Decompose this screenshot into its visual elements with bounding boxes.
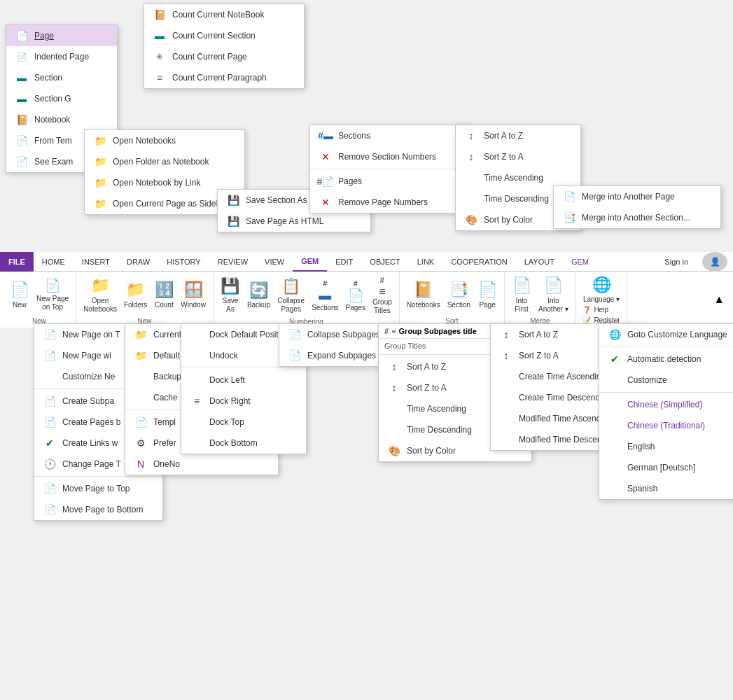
chinese-traditional-item[interactable]: Chinese (Traditional) [599, 415, 733, 436]
user-avatar: 👤 [702, 252, 727, 272]
move-page-bottom-item[interactable]: 📄 Move Page to Bottom [34, 499, 162, 520]
window-button[interactable]: 🪟 Window [178, 279, 209, 310]
merge-group-buttons: 📄 IntoFirst 📄 IntoAnother ▾ [509, 274, 571, 316]
ribbon-collapse-button[interactable]: ▲ [713, 293, 725, 306]
sort-az-top-item[interactable]: ↕ Sort A to Z [456, 125, 580, 146]
tab-edit[interactable]: EDIT [327, 252, 361, 272]
ribbon-bar: FILE HOME INSERT DRAW HISTORY REVIEW VIE… [0, 252, 733, 328]
lang-sep1 [599, 346, 733, 347]
section-g-item[interactable]: ▬ Section G [6, 88, 117, 109]
merge-menu: 📄 Merge into Another Page 📑 Merge into A… [553, 186, 721, 229]
tab-cooperation[interactable]: COOPERATION [442, 252, 515, 272]
open-notebooks-item[interactable]: 📁 Open Notebooks [85, 130, 244, 151]
ribbon-group-new: 📄 New 📄 New Pageon Top New [3, 273, 76, 326]
tab-link[interactable]: LINK [409, 252, 442, 272]
sections-button[interactable]: # ▬ Sections [309, 278, 341, 314]
tab-view[interactable]: VIEW [256, 252, 293, 272]
auto-detect-item[interactable]: ✔ Automatic detection [599, 349, 733, 370]
page-sort-button[interactable]: 📄 Page [475, 279, 500, 310]
open-folder-notebook-item[interactable]: 📁 Open Folder as Notebook [85, 151, 244, 172]
count-paragraph-item[interactable]: ≡ Count Current Paragraph [144, 67, 304, 88]
merge-another-page-item[interactable]: 📄 Merge into Another Page [554, 186, 720, 207]
language-menu: 🌐 Goto Customize Language ✔ Automatic de… [599, 323, 733, 500]
save-page-html-item[interactable]: 💾 Save Page As HTML [218, 211, 370, 232]
count-section-item[interactable]: ▬ Count Current Section [144, 25, 304, 46]
merge-another-section-item[interactable]: 📑 Merge into Another Section... [554, 207, 720, 228]
save-as-button[interactable]: 💾 SaveAs [218, 276, 243, 315]
german-item[interactable]: German [Deutsch] [599, 457, 733, 478]
lang-sep2 [599, 392, 733, 393]
new-group-buttons: 📄 New 📄 New Pageon Top [7, 274, 71, 316]
ribbon-group-merge: 📄 IntoFirst 📄 IntoAnother ▾ Merge [505, 273, 576, 326]
ribbon-group-sort: 📔 Notebooks 📑 Section 📄 Page Sort [400, 273, 505, 326]
sections-numbering-item[interactable]: #▬ Sections [310, 125, 470, 146]
window-sep [181, 368, 306, 368]
into-another-button[interactable]: 📄 IntoAnother ▾ [536, 275, 571, 314]
new-button[interactable]: 📄 New [7, 279, 32, 310]
pages-button[interactable]: # 📄 Pages [343, 278, 368, 314]
tab-home[interactable]: HOME [34, 252, 74, 272]
backup-button[interactable]: 🔄 Backup [244, 280, 273, 311]
gem-group-buttons: 🌐 Language ▾ [580, 274, 622, 305]
tab-gem[interactable]: GEM [293, 252, 327, 272]
section-sort-button[interactable]: 📑 Section [445, 279, 473, 310]
dock-bottom-item[interactable]: Dock Bottom [181, 433, 306, 454]
onenote-item[interactable]: N OneNo [125, 454, 278, 475]
ribbon-content: 📄 New 📄 New Pageon Top New 📁 OpenNoteboo… [0, 272, 733, 328]
notebooks-sort-button[interactable]: 📔 Notebooks [404, 279, 443, 310]
help-button[interactable]: ❓Help [580, 305, 610, 314]
ribbon-tabs: FILE HOME INSERT DRAW HISTORY REVIEW VIE… [0, 252, 733, 272]
count-button[interactable]: 🔢 Count [151, 279, 176, 310]
english-item[interactable]: English [599, 436, 733, 457]
dock-left-item[interactable]: Dock Left [181, 370, 306, 391]
tab-history[interactable]: HISTORY [158, 252, 209, 272]
dock-right-item[interactable]: ≡ Dock Right [181, 391, 306, 412]
new-page-top-button[interactable]: 📄 New Pageon Top [34, 277, 71, 314]
signin-button[interactable]: Sign in [656, 252, 697, 272]
folders-button[interactable]: 📁 Folders [121, 279, 150, 310]
section-item[interactable]: ▬ Section [6, 67, 117, 88]
tab-draw[interactable]: DRAW [118, 252, 158, 272]
count-menu: 📔 Count Current NoteBook ▬ Count Current… [144, 4, 305, 89]
count-page-item[interactable]: ✳ Count Current Page [144, 46, 304, 67]
remove-section-numbers-item[interactable]: ✕ Remove Section Numbers [310, 146, 470, 167]
sort-group-buttons: 📔 Notebooks 📑 Section 📄 Page [404, 274, 500, 316]
tab-object[interactable]: OBJECT [361, 252, 408, 272]
customize-lang-item[interactable]: Customize [599, 370, 733, 391]
into-first-button[interactable]: 📄 IntoFirst [509, 275, 534, 314]
pages-numbering-item[interactable]: #📄 Pages [310, 171, 470, 192]
ribbon-group-numbering: 💾 SaveAs 🔄 Backup 📋 CollapsePages # ▬ Se… [214, 273, 400, 326]
open-notebooks-button[interactable]: 📁 OpenNotebooks [81, 275, 120, 314]
move-page-top-item[interactable]: 📄 Move Page to Top [34, 478, 162, 499]
sections-menu: #▬ Sections ✕ Remove Section Numbers #📄 … [309, 125, 470, 214]
tab-layout[interactable]: LAYOUT [516, 252, 563, 272]
tab-file[interactable]: FILE [0, 252, 34, 272]
left-panel-sep2 [34, 476, 162, 477]
group-titles-button[interactable]: # ≡ GroupTitles [370, 274, 395, 316]
chinese-simplified-item[interactable]: Chinese (Simplified) [599, 394, 733, 415]
open-group-buttons: 📁 OpenNotebooks 📁 Folders 🔢 Count 🪟 Wind… [81, 274, 209, 316]
sort-za-top-item[interactable]: ↕ Sort Z to A [456, 146, 580, 167]
page-item[interactable]: 📄 Page [6, 25, 117, 46]
language-button[interactable]: 🌐 Language ▾ [580, 274, 622, 305]
collapse-pages-button[interactable]: 📋 CollapsePages [274, 276, 307, 315]
tab-insert[interactable]: INSERT [74, 252, 118, 272]
goto-customize-lang-item[interactable]: 🌐 Goto Customize Language [599, 324, 733, 345]
ribbon-group-open: 📁 OpenNotebooks 📁 Folders 🔢 Count 🪟 Wind… [76, 273, 214, 326]
sections-separator [310, 169, 470, 169]
count-notebook-item[interactable]: 📔 Count Current NoteBook [144, 4, 304, 25]
numbering-group-buttons: 💾 SaveAs 🔄 Backup 📋 CollapsePages # ▬ Se… [218, 274, 395, 316]
notebook-item[interactable]: 📔 Notebook [6, 109, 117, 130]
dock-top-item[interactable]: Dock Top [181, 412, 306, 433]
remove-page-numbers-item[interactable]: ✕ Remove Page Numbers [310, 192, 470, 213]
indented-page-item[interactable]: 📄 Indented Page [6, 46, 117, 67]
spanish-item[interactable]: Spanish [599, 478, 733, 499]
tab-gem2[interactable]: GEM [563, 252, 597, 272]
ribbon-group-gem: 🌐 Language ▾ ❓Help 📝Register ℹ️About Gem [576, 273, 627, 326]
tab-review[interactable]: REVIEW [209, 252, 256, 272]
